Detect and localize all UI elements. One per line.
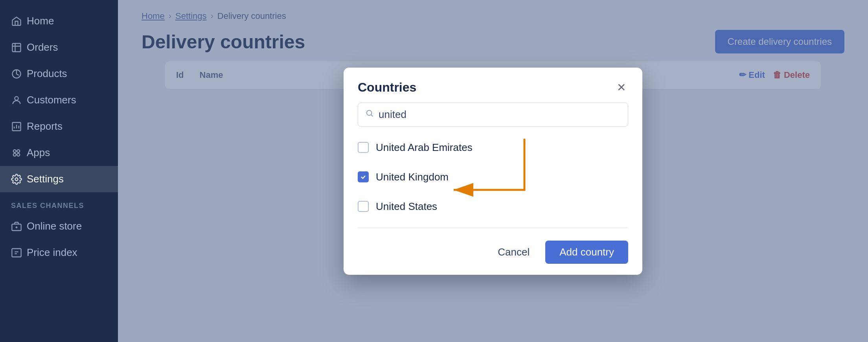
modal-overlay[interactable]: Countries ✕ United Arab Emir <box>118 0 868 342</box>
products-icon <box>11 68 22 79</box>
sidebar-item-label: Home <box>27 15 54 27</box>
orders-icon <box>11 42 22 53</box>
svg-point-4 <box>13 149 16 152</box>
cancel-button[interactable]: Cancel <box>490 241 537 263</box>
country-label-uk: United Kingdom <box>376 171 449 183</box>
add-country-button[interactable]: Add country <box>545 241 628 264</box>
modal-countries-list: United Arab Emirates United Kingdom Unit… <box>344 133 642 221</box>
sales-channels-label: SALES CHANNELS <box>0 192 118 213</box>
modal-search-container[interactable] <box>358 103 628 127</box>
sidebar-item-label: Orders <box>27 41 58 53</box>
country-label-uae: United Arab Emirates <box>376 142 473 154</box>
sidebar-item-label: Online store <box>27 220 82 232</box>
svg-point-7 <box>17 153 20 156</box>
sidebar-item-label: Customers <box>27 94 76 106</box>
sidebar-item-online-store[interactable]: Online store <box>0 213 118 239</box>
sidebar-item-settings[interactable]: Settings <box>0 166 118 192</box>
checkbox-uk[interactable] <box>358 171 369 182</box>
sidebar-item-customers[interactable]: Customers <box>0 87 118 113</box>
sidebar-item-orders[interactable]: Orders <box>0 34 118 61</box>
sidebar-item-apps[interactable]: Apps <box>0 140 118 166</box>
modal-header: Countries ✕ <box>344 68 642 103</box>
countries-modal: Countries ✕ United Arab Emir <box>344 68 642 275</box>
svg-point-8 <box>15 178 18 180</box>
sidebar: Home Orders Products Customers <box>0 0 118 342</box>
checkbox-uae[interactable] <box>358 142 369 153</box>
modal-close-button[interactable]: ✕ <box>614 80 628 94</box>
modal-footer: Cancel Add country <box>344 234 642 275</box>
sidebar-item-price-index[interactable]: Price index <box>0 239 118 266</box>
list-item-us[interactable]: United States <box>358 192 628 221</box>
apps-icon <box>11 147 22 158</box>
list-item-uk[interactable]: United Kingdom <box>358 162 628 192</box>
main-content: Home › Settings › Delivery countries Del… <box>118 0 868 342</box>
price-icon <box>11 247 22 258</box>
customers-icon <box>11 95 22 106</box>
svg-point-2 <box>15 96 18 100</box>
sidebar-item-label: Products <box>27 68 67 80</box>
country-label-us: United States <box>376 200 437 213</box>
sidebar-item-label: Reports <box>27 120 63 132</box>
svg-point-5 <box>17 149 20 152</box>
close-icon: ✕ <box>617 81 626 94</box>
sidebar-item-home[interactable]: Home <box>0 8 118 34</box>
sidebar-item-products[interactable]: Products <box>0 61 118 87</box>
search-icon <box>365 109 374 120</box>
sidebar-item-label: Apps <box>27 147 50 159</box>
checkbox-us[interactable] <box>358 201 369 212</box>
sidebar-item-reports[interactable]: Reports <box>0 113 118 140</box>
sidebar-item-label: Price index <box>27 246 77 259</box>
home-icon <box>11 16 22 27</box>
store-icon <box>11 221 22 232</box>
svg-point-13 <box>367 110 372 116</box>
sidebar-item-label: Settings <box>27 173 64 185</box>
svg-rect-0 <box>13 43 21 51</box>
settings-icon <box>11 174 22 185</box>
svg-point-6 <box>13 153 16 156</box>
svg-rect-12 <box>12 248 21 257</box>
reports-icon <box>11 121 22 132</box>
modal-title: Countries <box>358 80 416 95</box>
modal-divider <box>358 228 628 228</box>
search-input[interactable] <box>379 108 621 121</box>
list-item-uae[interactable]: United Arab Emirates <box>358 133 628 162</box>
